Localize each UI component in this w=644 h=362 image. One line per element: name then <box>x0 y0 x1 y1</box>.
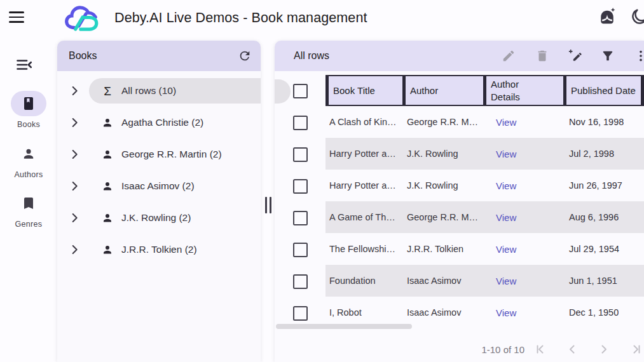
refresh-icon[interactable] <box>238 49 252 63</box>
column-resize-bar[interactable] <box>641 75 644 106</box>
cell-published-date: Jun 26, 1997 <box>563 180 622 191</box>
table-row: Foundation Isaac Asimov View Jun 1, 1951 <box>275 265 644 297</box>
books-tree-item[interactable]: Σ Isaac Asimov (2) <box>57 170 261 202</box>
last-page-icon[interactable] <box>629 342 644 357</box>
tree-item-label: All rows (10) <box>121 85 176 97</box>
cell-book-title: Harry Potter a… <box>325 149 402 159</box>
face-retouching-icon[interactable] <box>598 7 618 27</box>
edit-icon[interactable] <box>502 49 516 63</box>
rail-label-books: Books <box>0 120 57 129</box>
books-tree-item[interactable]: Σ J.R.R. Tolkien (2) <box>57 234 261 265</box>
person-icon <box>101 243 114 256</box>
person-icon <box>101 180 114 192</box>
books-tree: Σ All rows (10) Σ Agatha Christie (2) Σ … <box>57 75 261 265</box>
table-card: All rows Book Title Author Autho <box>275 41 644 362</box>
cell-book-title: A Clash of Kin… <box>325 117 402 127</box>
table-toolbar: All rows <box>275 41 644 71</box>
tree-item-label: J.K. Rowling (2) <box>121 212 191 224</box>
column-header-author[interactable]: Author <box>406 75 483 106</box>
row-checkbox[interactable] <box>293 116 308 130</box>
topbar: Deby.AI Live Demos - Book management <box>0 0 644 36</box>
row-checkbox[interactable] <box>293 243 308 257</box>
cell-author: Isaac Asimov <box>402 307 483 318</box>
chevron-right-icon[interactable] <box>67 84 81 98</box>
books-tree-item[interactable]: Σ George R.R. Martin (2) <box>57 138 261 170</box>
view-link[interactable]: View <box>496 307 516 318</box>
dark-mode-icon[interactable] <box>630 7 644 27</box>
filter-icon[interactable] <box>601 49 615 63</box>
menu-open-icon[interactable] <box>15 56 33 74</box>
prev-page-icon[interactable] <box>565 342 580 357</box>
cell-author: J.K. Rowling <box>402 149 483 159</box>
table-row: A Clash of Kin… George R.R. M… View Nov … <box>275 106 644 138</box>
cell-published-date: Aug 6, 1996 <box>563 212 619 222</box>
menu-icon[interactable] <box>9 11 24 24</box>
person-icon <box>21 146 36 161</box>
sidebar-item-books[interactable]: Books <box>0 91 57 129</box>
more-vert-icon[interactable] <box>634 49 644 63</box>
view-link[interactable]: View <box>496 212 516 223</box>
page-title: Deby.AI Live Demos - Book management <box>114 0 367 36</box>
horizontal-scrollbar[interactable] <box>276 324 412 329</box>
row-checkbox[interactable] <box>293 147 308 162</box>
cell-author: George R.R. M… <box>402 117 483 127</box>
chevron-right-icon[interactable] <box>67 243 81 257</box>
table-row: Harry Potter a… J.K. Rowling View Jun 26… <box>275 170 644 201</box>
cell-book-title: Harry Potter a… <box>325 180 402 191</box>
selection-pill <box>275 79 291 104</box>
left-rail: Books Authors Genres <box>0 36 57 362</box>
cell-book-title: I, Robot <box>325 307 402 318</box>
row-checkbox[interactable] <box>293 274 308 289</box>
books-tree-item[interactable]: Σ J.K. Rowling (2) <box>57 202 261 234</box>
table-row: Harry Potter a… J.K. Rowling View Jul 2,… <box>275 138 644 170</box>
cell-published-date: Jul 29, 1954 <box>563 244 619 254</box>
select-all-checkbox[interactable] <box>293 84 308 98</box>
row-checkbox[interactable] <box>293 179 308 194</box>
first-page-icon[interactable] <box>533 342 548 357</box>
view-link[interactable]: View <box>496 244 516 255</box>
tree-item-label: George R.R. Martin (2) <box>121 149 222 160</box>
view-link[interactable]: View <box>496 276 516 286</box>
pagination-range: 1-10 of 10 <box>481 344 524 355</box>
chevron-right-icon[interactable] <box>67 179 81 193</box>
chevron-right-icon[interactable] <box>67 116 81 130</box>
cell-published-date: Nov 16, 1998 <box>563 117 624 127</box>
sidebar-item-genres[interactable]: Genres <box>0 191 57 229</box>
active-pill <box>11 91 46 116</box>
book-icon <box>21 96 36 111</box>
books-tree-item[interactable]: Σ Agatha Christie (2) <box>57 107 261 138</box>
tree-item-label: Isaac Asimov (2) <box>121 180 195 192</box>
cell-published-date: Jun 1, 1951 <box>563 276 617 286</box>
view-link[interactable]: View <box>496 149 516 159</box>
pagination: 1-10 of 10 <box>275 335 644 362</box>
edit-plus-icon[interactable] <box>568 49 582 63</box>
tree-item-label: J.R.R. Tolkien (2) <box>121 244 197 255</box>
row-checkbox[interactable] <box>293 306 308 321</box>
logo-cloud <box>64 4 100 31</box>
column-header-author-details[interactable]: Author Details <box>486 75 563 106</box>
row-checkbox[interactable] <box>293 211 308 225</box>
chevron-right-icon[interactable] <box>67 147 81 161</box>
next-page-icon[interactable] <box>596 342 612 357</box>
column-header-published-date[interactable]: Published Date <box>566 75 641 106</box>
table-rows: A Clash of Kin… George R.R. M… View Nov … <box>275 106 644 328</box>
cell-book-title: A Game of Th… <box>325 212 402 222</box>
cell-author: J.K. Rowling <box>402 180 483 191</box>
chevron-right-icon[interactable] <box>67 211 81 225</box>
person-icon <box>101 116 114 129</box>
books-tree-item[interactable]: Σ All rows (10) <box>57 75 261 107</box>
table-row: The Fellowshi… J.R.R. Tolkien View Jul 2… <box>275 233 644 265</box>
cell-book-title: Foundation <box>325 276 402 286</box>
table-header-row: Book Title Author Author Details Publish… <box>275 75 644 106</box>
column-header-book-title[interactable]: Book Title <box>329 75 402 106</box>
bookmark-icon <box>21 196 36 211</box>
delete-icon[interactable] <box>535 49 549 63</box>
table-row: A Game of Th… George R.R. M… View Aug 6,… <box>275 201 644 233</box>
view-link[interactable]: View <box>496 117 516 128</box>
sidebar-item-authors[interactable]: Authors <box>0 141 57 179</box>
tree-item-label: Agatha Christie (2) <box>121 117 203 128</box>
panel-resize-handle[interactable] <box>265 197 271 213</box>
cell-author: George R.R. M… <box>402 212 483 222</box>
person-icon <box>101 148 114 161</box>
view-link[interactable]: View <box>496 180 516 191</box>
